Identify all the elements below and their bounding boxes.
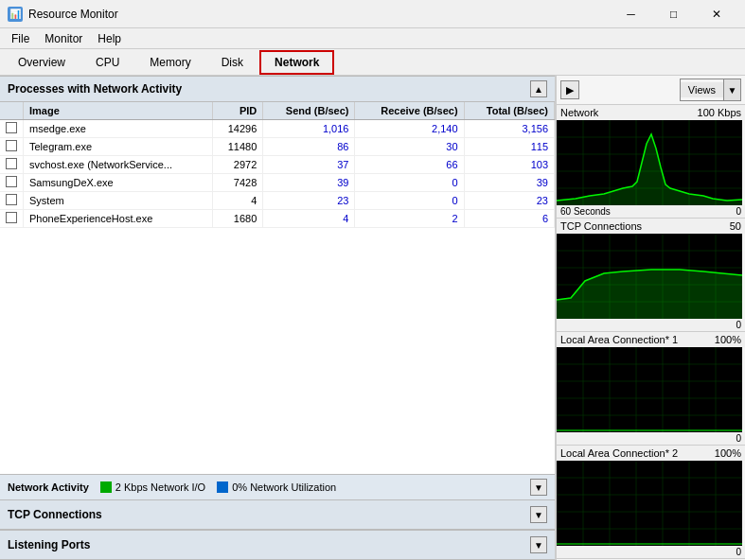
row-checkbox[interactable] [0,120,24,138]
svg-rect-24 [557,347,742,432]
row-image: msedge.exe [24,120,213,138]
right-panel: ▶ Views ▼ Network 100 Kbps [556,76,745,560]
chart-bottom-left-0: 60 Seconds [560,206,611,217]
maximize-button[interactable]: □ [652,3,695,26]
row-send: 1,016 [263,120,355,138]
chart-bottom-1: 0 [557,319,745,331]
row-image: PhoneExperienceHost.exe [24,210,213,228]
tcp-title: TCP Connections [8,508,102,521]
row-receive: 30 [355,138,464,156]
row-pid: 1680 [213,210,263,228]
chart-label-3: Local Area Connection* 2 100% [557,446,745,461]
row-total: 103 [464,156,554,174]
table-row[interactable]: Telegram.exe 11480 86 30 115 [0,138,555,156]
row-receive: 2,140 [355,120,464,138]
close-button[interactable]: ✕ [695,3,737,26]
row-checkbox[interactable] [0,156,24,174]
tab-disk[interactable]: Disk [207,51,257,74]
row-send: 23 [263,192,355,210]
table-row[interactable]: SamsungDeX.exe 7428 39 0 39 [0,174,555,192]
chart-value-3: 100% [715,447,741,459]
table-row[interactable]: PhoneExperienceHost.exe 1680 4 2 6 [0,210,555,228]
col-image[interactable]: Image [24,102,213,120]
row-total: 115 [464,138,554,156]
legend-green-icon [100,481,112,493]
chart-bottom-0: 60 Seconds 0 [557,205,745,218]
svg-rect-35 [557,461,742,546]
row-checkbox[interactable] [0,174,24,192]
chart-bottom-right-0: 0 [736,206,741,217]
views-arrow-icon[interactable]: ▼ [723,79,740,100]
legend-io-label: 2 Kbps Network I/O [115,481,205,493]
col-total[interactable]: Total (B/sec) [464,102,554,120]
menu-help[interactable]: Help [90,30,129,46]
network-activity-expand-btn[interactable]: ▼ [530,479,547,496]
listening-ports-title: Listening Ports [8,538,90,551]
row-send: 39 [263,174,355,192]
chart-value-2: 100% [715,334,741,345]
tcp-collapse-btn[interactable]: ▼ [530,506,547,523]
tab-cpu[interactable]: CPU [81,51,133,74]
col-send[interactable]: Send (B/sec) [263,102,355,120]
table-row[interactable]: System 4 23 0 23 [0,192,555,210]
listening-ports-collapse-btn[interactable]: ▼ [530,536,547,553]
row-image: svchost.exe (NetworkService... [24,156,213,174]
app-icon [8,7,23,22]
table-row[interactable]: svchost.exe (NetworkService... 2972 37 6… [0,156,555,174]
tab-network[interactable]: Network [259,50,334,75]
tab-memory[interactable]: Memory [135,51,204,74]
col-checkbox [0,102,24,120]
process-table: Image PID Send (B/sec) Receive (B/sec) T… [0,102,555,228]
legend-util-label: 0% Network Utilization [232,481,336,493]
views-dropdown[interactable]: Views ▼ [680,79,741,101]
tcp-connections-section[interactable]: TCP Connections ▼ [0,499,555,530]
row-send: 37 [263,156,355,174]
row-image: System [24,192,213,210]
row-total: 3,156 [464,120,554,138]
row-checkbox[interactable] [0,192,24,210]
chart-name-3: Local Area Connection* 2 [560,447,678,459]
legend-blue-icon [217,481,228,493]
main-container: Processes with Network Activity ▲ Image … [0,76,745,560]
tab-overview[interactable]: Overview [4,51,80,74]
chart-bottom-3: 0 [557,546,745,558]
chart-section-1: TCP Connections 50 0 [557,219,745,332]
views-label: Views [681,82,723,97]
menu-file[interactable]: File [4,30,37,46]
menu-monitor[interactable]: Monitor [37,30,90,46]
row-receive: 0 [355,174,464,192]
chart-value-0: 100 Kbps [698,107,741,118]
title-bar-controls: ─ □ ✕ [610,3,737,26]
menu-bar: File Monitor Help [0,28,745,49]
chart-label-1: TCP Connections 50 [557,219,745,234]
table-row[interactable]: msedge.exe 14296 1,016 2,140 3,156 [0,120,555,138]
chart-section-0: Network 100 Kbps 60 Seconds 0 [557,105,745,219]
processes-section-header[interactable]: Processes with Network Activity ▲ [0,76,555,102]
row-receive: 2 [355,210,464,228]
col-pid[interactable]: PID [213,102,263,120]
row-total: 39 [464,174,554,192]
nav-forward-btn[interactable]: ▶ [560,80,579,99]
row-checkbox[interactable] [0,210,24,228]
chart-section-2: Local Area Connection* 1 100% 0 [557,332,745,446]
legend-util: 0% Network Utilization [217,481,336,493]
row-image: Telegram.exe [24,138,213,156]
network-activity-section[interactable]: Network Activity 2 Kbps Network I/O 0% N… [0,474,555,499]
row-send: 86 [263,138,355,156]
listening-ports-section[interactable]: Listening Ports ▼ [0,530,555,560]
tab-bar: Overview CPU Memory Disk Network [0,49,745,76]
title-bar-left: Resource Monitor [8,7,118,22]
col-receive[interactable]: Receive (B/sec) [355,102,464,120]
legend-io: 2 Kbps Network I/O [100,481,205,493]
left-panel: Processes with Network Activity ▲ Image … [0,76,556,560]
chart-name-0: Network [560,107,598,118]
chart-canvas-3 [557,461,742,546]
row-total: 23 [464,192,554,210]
row-checkbox[interactable] [0,138,24,156]
processes-collapse-btn[interactable]: ▲ [530,80,547,97]
app-title: Resource Monitor [28,8,118,21]
network-activity-title: Network Activity [8,481,89,493]
row-image: SamsungDeX.exe [24,174,213,192]
minimize-button[interactable]: ─ [610,3,652,26]
row-send: 4 [263,210,355,228]
